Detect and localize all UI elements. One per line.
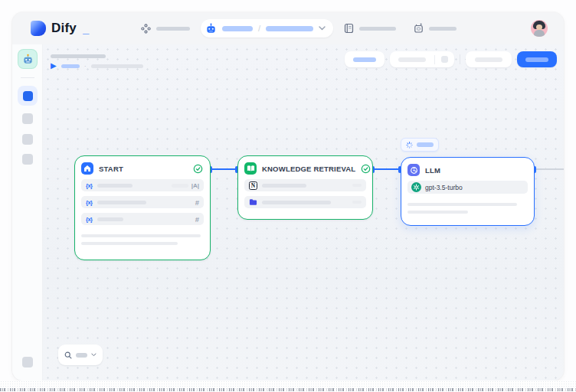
dify-logo[interactable]: Dify _	[31, 21, 89, 36]
sidebar-divider	[21, 77, 34, 78]
orchestrate-icon	[23, 91, 33, 101]
edge-llm-outgoing[interactable]	[535, 168, 564, 170]
llm-icon	[407, 164, 420, 176]
notion-letter: N	[251, 182, 255, 189]
current-app-icon[interactable]	[18, 49, 38, 69]
variable-name-placeholder	[97, 184, 133, 188]
variable-value-placeholder	[172, 184, 188, 188]
status-separator-dot: ·	[84, 63, 87, 70]
chevron-down-icon[interactable]	[319, 26, 326, 31]
node-llm[interactable]: LLM gpt-3.5-turbo	[401, 157, 535, 226]
knowledge-source-row-notion[interactable]: N	[244, 179, 366, 191]
knowledge-node-header: KNOWLEDGE RETRIEVAL	[238, 156, 372, 179]
plugin-box-icon	[414, 23, 424, 34]
preview-label-placeholder	[398, 57, 426, 62]
description-line-placeholder	[407, 203, 517, 206]
app-window: Dify _ /	[12, 12, 564, 381]
user-avatar[interactable]	[531, 20, 548, 37]
start-node-header: START	[75, 156, 210, 179]
app-bot-icon	[205, 23, 217, 34]
edge-start-to-knowledge[interactable]	[211, 168, 237, 170]
sidebar-item-orchestrate-selected[interactable]	[18, 86, 38, 106]
variable-icon: {x}	[86, 216, 93, 223]
source-name-placeholder	[262, 184, 306, 188]
zoom-value-placeholder	[76, 353, 87, 358]
running-label-placeholder	[417, 142, 434, 147]
nav-tools-label-placeholder	[429, 27, 457, 31]
workflow-title-placeholder	[51, 54, 106, 58]
llm-model-row[interactable]: gpt-3.5-turbo	[407, 181, 528, 194]
sidebar-item-settings[interactable]	[22, 357, 33, 368]
source-meta-placeholder	[352, 201, 362, 204]
description-line-placeholder	[407, 211, 468, 214]
bottom-noise-strip	[0, 381, 576, 392]
nav-docs[interactable]	[344, 23, 396, 34]
openai-icon	[411, 182, 421, 192]
nav-explore-label-placeholder	[156, 27, 190, 31]
avatar-body	[534, 30, 545, 37]
knowledge-node-title: KNOWLEDGE RETRIEVAL	[262, 165, 355, 173]
string-type-icon: |A|	[191, 182, 199, 189]
more-icon	[441, 56, 448, 63]
start-variable-row-1[interactable]: {x} |A|	[81, 179, 204, 191]
play-icon[interactable]: ▶	[51, 62, 57, 70]
zoom-chevron-icon[interactable]	[91, 353, 97, 357]
zoom-control[interactable]	[58, 345, 103, 365]
preview-split-button[interactable]	[390, 51, 454, 67]
variable-icon: {x}	[86, 199, 93, 206]
run-info-placeholder	[91, 64, 143, 68]
spinner-icon	[406, 141, 413, 149]
node-start[interactable]: START {x} |A| {x} #	[74, 155, 211, 260]
app-name-placeholder	[266, 26, 313, 31]
notebook-icon	[344, 23, 354, 34]
run-history-button[interactable]	[466, 51, 512, 67]
llm-description	[401, 200, 534, 214]
features-button[interactable]	[345, 51, 385, 67]
run-status-row: ▶ ·	[51, 62, 143, 70]
node-knowledge-retrieval[interactable]: KNOWLEDGE RETRIEVAL N	[237, 155, 373, 220]
sidebar-item-3[interactable]	[22, 134, 33, 145]
book-icon	[244, 162, 257, 175]
start-variable-row-2[interactable]: {x} #	[81, 196, 204, 208]
avatar-face	[536, 24, 542, 30]
publish-label-placeholder	[525, 57, 548, 62]
sidebar-item-4[interactable]	[22, 154, 33, 165]
explore-icon	[141, 24, 151, 34]
nav-tools[interactable]	[414, 23, 457, 34]
source-meta-placeholder	[352, 184, 362, 187]
sidebar-item-2[interactable]	[22, 113, 33, 124]
nav-docs-label-placeholder	[359, 27, 396, 31]
tiny-text-noise	[0, 388, 576, 391]
zoom-search-icon	[64, 351, 72, 360]
home-icon	[81, 162, 93, 175]
start-node-title: START	[99, 165, 123, 173]
dify-logo-icon	[31, 21, 46, 36]
preview-button[interactable]	[390, 51, 434, 67]
robot-app-icon	[22, 54, 34, 65]
start-description	[75, 230, 210, 245]
knowledge-check-icon	[361, 164, 371, 174]
start-check-icon	[193, 164, 203, 174]
llm-model-name: gpt-3.5-turbo	[425, 184, 463, 191]
workflow-canvas[interactable]: ▶ ·	[43, 44, 564, 381]
history-label-placeholder	[475, 57, 502, 62]
dify-logo-text: Dify	[51, 21, 77, 36]
nav-explore[interactable]	[141, 24, 190, 34]
edge-knowledge-to-llm[interactable]	[373, 168, 400, 170]
variable-icon: {x}	[86, 182, 93, 189]
knowledge-source-row-folder[interactable]	[244, 196, 366, 208]
llm-node-title: LLM	[425, 166, 440, 175]
source-name-placeholder	[262, 201, 331, 204]
features-label-placeholder	[353, 57, 376, 62]
preview-more-button[interactable]	[435, 51, 454, 67]
llm-node-header: LLM	[401, 158, 534, 181]
run-label-placeholder	[61, 64, 80, 68]
canvas-toolbar	[345, 51, 557, 67]
notion-icon: N	[249, 181, 257, 190]
llm-running-badge	[401, 138, 439, 152]
start-variable-row-3[interactable]: {x} #	[81, 213, 204, 225]
publish-button[interactable]	[517, 51, 557, 67]
folder-icon	[249, 198, 257, 206]
variable-name-placeholder	[97, 217, 123, 221]
workspace-breadcrumb-pill[interactable]: /	[201, 19, 333, 38]
